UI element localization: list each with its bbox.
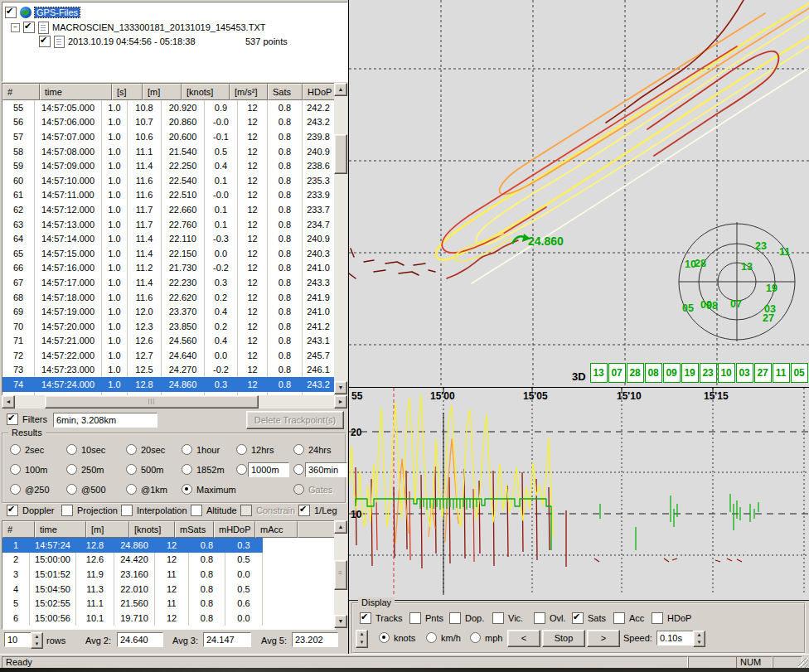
interpolation-checkbox[interactable]: Interpolation: [121, 505, 187, 516]
radio-custom-time[interactable]: [293, 464, 304, 475]
column-header[interactable]: mHDoP: [214, 521, 255, 538]
results-table[interactable]: #time[m][knots]mSatsmHDoPmAcc114:57:2412…: [2, 520, 336, 630]
doppler-checkbox[interactable]: Doppler: [7, 505, 55, 516]
column-header[interactable]: [knots]: [129, 521, 175, 538]
vicinity-checkbox[interactable]: Vic.: [492, 612, 523, 624]
table-row[interactable]: 6614:57:16.0001.011.221.730-0.2120.8241.…: [2, 261, 335, 276]
radio-kmh[interactable]: km/h: [426, 632, 461, 643]
radio-at1km[interactable]: @1km: [126, 484, 167, 495]
table-row[interactable]: 315:01:5211.923.160110.80.0: [2, 567, 335, 582]
stop-button[interactable]: Stop: [542, 630, 585, 647]
filters-value-input[interactable]: [53, 413, 157, 428]
custom-time-input[interactable]: [305, 462, 347, 477]
radio-knots[interactable]: knots: [379, 632, 415, 643]
radio-100m[interactable]: 100m: [10, 464, 48, 475]
column-header[interactable]: #: [2, 84, 40, 100]
table-row[interactable]: 415:04:5011.322.010120.80.5: [2, 582, 335, 597]
radio-10sec[interactable]: 10sec: [66, 444, 105, 455]
filters-checkbox[interactable]: [7, 413, 18, 425]
replay-speed-spinner[interactable]: ▲▼: [693, 631, 705, 647]
sats-checkbox[interactable]: Sats: [572, 612, 606, 624]
table-row[interactable]: 215:00:0012.624.420120.80.5: [2, 553, 335, 568]
tree-checkbox-session[interactable]: [39, 36, 51, 47]
zoom-spinner[interactable]: ▲▼: [356, 630, 368, 648]
column-header[interactable]: time: [40, 84, 112, 100]
table-row[interactable]: 6414:57:14.0001.011.422.110-0.3120.8240.…: [2, 231, 335, 246]
tree-root-label[interactable]: GPS-Files: [35, 7, 80, 17]
radio-500m[interactable]: 500m: [126, 464, 164, 475]
per-leg-checkbox[interactable]: 1/Leg: [298, 505, 337, 516]
scroll-thumb[interactable]: ≡: [334, 560, 347, 590]
acc-checkbox[interactable]: Acc: [613, 612, 644, 624]
overlay-checkbox[interactable]: Ovl.: [534, 612, 566, 624]
projection-checkbox[interactable]: Projection: [61, 505, 118, 516]
radio-at250[interactable]: @250: [10, 484, 50, 495]
trackpoint-table[interactable]: #time[s][m][knots][m/s²]SatsHDoPCOG5514:…: [2, 83, 336, 396]
scroll-up-icon[interactable]: ▲: [334, 83, 347, 96]
resize-grip[interactable]: [798, 658, 808, 668]
rows-count-spinner[interactable]: ▲▼: [31, 632, 43, 649]
radio-at500[interactable]: @500: [66, 484, 106, 495]
scroll-thumb[interactable]: [334, 134, 347, 174]
table-row[interactable]: 6214:57:12.0001.011.722.6600.1120.8233.7: [2, 202, 335, 217]
tracks-checkbox[interactable]: Tracks: [360, 612, 403, 624]
scroll-thumb[interactable]: |||: [45, 395, 259, 409]
table-row[interactable]: 7314:57:23.0001.012.524.270-0.2120.8246.…: [2, 363, 335, 378]
track-map[interactable]: 24.860 23 11 10 28 13 19 05 09 08 07 03 …: [349, 0, 809, 387]
table-row[interactable]: 7414:57:24.0001.012.824.8600.3120.8243.2: [2, 377, 335, 392]
radio-2sec[interactable]: 2sec: [10, 444, 44, 455]
table-row[interactable]: 615:00:5610.119.710120.80.0: [2, 611, 335, 626]
radio-250m[interactable]: 250m: [66, 464, 104, 475]
altitude-checkbox[interactable]: Altitude: [191, 505, 237, 516]
column-header[interactable]: time: [35, 521, 86, 538]
scroll-left-icon[interactable]: ◄: [2, 395, 15, 409]
column-header[interactable]: mAcc: [255, 521, 298, 538]
scroll-up-icon[interactable]: ▲: [334, 520, 347, 534]
table-row[interactable]: 6314:57:13.0001.011.722.7600.1120.8234.7: [2, 217, 335, 232]
step-back-button[interactable]: <: [507, 630, 540, 647]
column-header[interactable]: HDoP: [303, 84, 336, 100]
table-row[interactable]: 6714:57:17.0001.011.422.2300.3120.8243.3: [2, 275, 335, 290]
speed-time-graph[interactable]: 55 15'00 15'05 15'10 15'15 20 10: [349, 388, 809, 600]
scroll-down-icon[interactable]: ▼: [334, 615, 347, 628]
hdop-checkbox[interactable]: HDoP: [652, 612, 691, 624]
table-row[interactable]: 5514:57:05.0001.010.820.9200.9120.8242.2: [2, 100, 335, 115]
radio-12hrs[interactable]: 12hrs: [236, 444, 274, 455]
table-row[interactable]: 5714:57:07.0001.010.620.600-0.1120.8239.…: [2, 129, 335, 144]
tree-item-session[interactable]: 2013.10.19 04:54:56 - 05:18:38: [39, 35, 196, 48]
column-header[interactable]: #: [2, 521, 35, 538]
gps-files-tree[interactable]: GPS-Files − MACROSCIEN_133300181_2013101…: [2, 2, 348, 82]
table-row[interactable]: 5614:57:06.0001.010.720.860-0.0120.8243.…: [2, 115, 335, 130]
delete-trackpoints-button[interactable]: Delete Trackpoint(s): [246, 411, 344, 429]
radio-1852m[interactable]: 1852m: [182, 464, 225, 475]
replay-speed-input[interactable]: [656, 631, 696, 645]
scroll-right-icon[interactable]: ►: [334, 395, 347, 409]
table-row[interactable]: 6514:57:15.0001.011.422.1500.0120.8240.3: [2, 246, 335, 261]
column-header[interactable]: [knots]: [182, 84, 230, 100]
scroll-down-icon[interactable]: ▼: [334, 381, 347, 394]
trackpoint-table-vscrollbar[interactable]: ▲ ▼: [334, 83, 347, 394]
column-header[interactable]: [m/s²]: [230, 84, 268, 100]
table-row[interactable]: 6114:57:11.0001.011.622.510-0.0120.8233.…: [2, 188, 335, 203]
radio-1hour[interactable]: 1hour: [182, 444, 220, 455]
table-row[interactable]: 6814:57:18.0001.011.622.6200.2120.8241.9: [2, 290, 335, 305]
column-header[interactable]: [m]: [86, 521, 129, 538]
column-header[interactable]: Sats: [268, 84, 303, 100]
column-header[interactable]: [m]: [143, 84, 182, 100]
table-row[interactable]: 6014:57:10.0001.011.622.5400.1120.8235.3: [2, 173, 335, 188]
radio-mph[interactable]: mph: [470, 632, 502, 643]
radio-24hrs[interactable]: 24hrs: [293, 444, 332, 455]
tree-checkbox-file[interactable]: [23, 22, 35, 33]
column-header[interactable]: mSats: [175, 521, 214, 538]
table-row[interactable]: 7214:57:22.0001.012.724.6400.0120.8245.7: [2, 348, 335, 363]
table-row[interactable]: 7014:57:20.0001.012.323.8500.2120.8241.2: [2, 319, 335, 334]
column-header[interactable]: [s]: [112, 84, 143, 100]
points-checkbox[interactable]: Pnts: [409, 612, 443, 624]
tree-item-root[interactable]: GPS-Files: [5, 6, 80, 19]
radio-custom-distance[interactable]: [236, 464, 247, 475]
table-row[interactable]: 7114:57:21.0001.012.624.5600.4120.8243.1: [2, 334, 335, 349]
trackpoint-table-hscrollbar[interactable]: ◄ ||| ►: [2, 395, 347, 409]
radio-maximum[interactable]: Maximum: [182, 484, 236, 495]
step-forward-button[interactable]: >: [587, 630, 620, 647]
results-table-vscrollbar[interactable]: ▲ ≡ ▼: [334, 520, 347, 628]
